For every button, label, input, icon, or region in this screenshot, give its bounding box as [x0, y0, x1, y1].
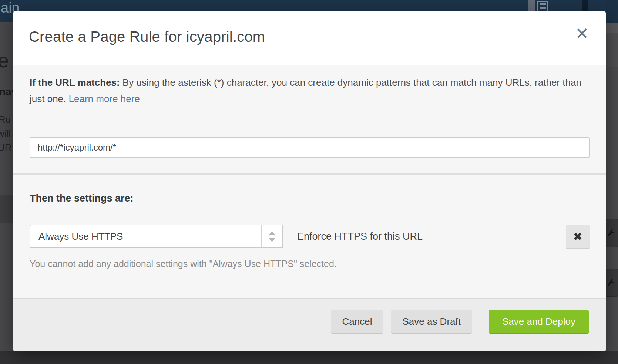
background-header-icon	[528, 0, 535, 11]
background-text-fragment: UR	[0, 142, 12, 154]
remove-setting-button[interactable]: ✖	[566, 225, 590, 248]
wrench-icon	[607, 278, 615, 287]
background-panel-fragment	[606, 33, 618, 67]
setting-select[interactable]: Always Use HTTPS	[30, 225, 283, 248]
background-text-fragment: Ru	[0, 114, 11, 125]
background-page-left-fragment: e nav Ru will UR	[0, 22, 13, 351]
close-icon[interactable]: ✕	[575, 26, 589, 42]
background-text-fragment: e	[0, 49, 9, 72]
settings-heading: Then the settings are:	[30, 193, 134, 204]
background-navy-fragment	[606, 0, 618, 23]
modal-header: Create a Page Rule for icyapril.com ✕	[13, 11, 606, 65]
setting-description: Enforce HTTPS for this URL	[297, 231, 423, 242]
learn-more-link[interactable]: Learn more here	[69, 93, 140, 104]
modal-footer: Cancel Save as Draft Save and Deploy	[13, 298, 606, 351]
modal-body: If the URL matches: By using the asteris…	[13, 65, 606, 298]
wrench-icon	[607, 229, 615, 237]
cancel-button[interactable]: Cancel	[331, 310, 383, 333]
remove-icon: ✖	[573, 230, 582, 243]
section-divider	[13, 173, 606, 175]
url-pattern-input[interactable]	[30, 137, 590, 158]
url-match-description: If the URL matches: By using the asteris…	[30, 74, 585, 107]
background-table-header-fragment	[0, 195, 13, 223]
setting-helper-text: You cannot add any additional settings w…	[30, 259, 337, 269]
background-text-fragment: nav	[0, 86, 13, 98]
background-page-right-fragment	[606, 0, 618, 364]
setting-select-value: Always Use HTTPS	[30, 231, 261, 242]
url-match-lead: If the URL matches:	[30, 77, 120, 88]
save-and-deploy-button[interactable]: Save and Deploy	[489, 310, 589, 333]
background-bottom-fragment	[0, 351, 618, 364]
page-title: Create a Page Rule for icyapril.com	[29, 28, 265, 45]
background-text-fragment: will	[0, 128, 11, 139]
save-as-draft-button[interactable]: Save as Draft	[391, 310, 472, 333]
setting-row: Always Use HTTPS Enforce HTTPS for this …	[30, 224, 590, 249]
chevron-up-down-icon	[261, 225, 282, 247]
background-nav-fragment	[606, 23, 618, 33]
background-apps-icon	[537, 1, 548, 12]
create-page-rule-modal: Create a Page Rule for icyapril.com ✕ If…	[13, 11, 606, 351]
